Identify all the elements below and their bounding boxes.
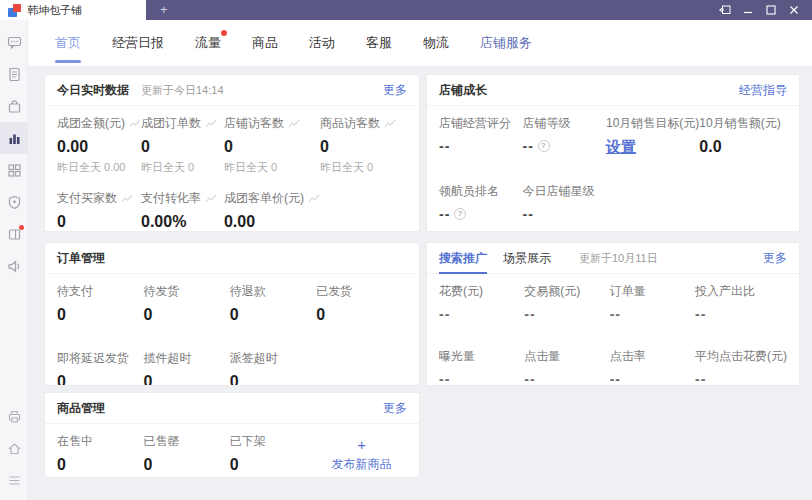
sidebar-item-chat[interactable] bbox=[0, 26, 28, 58]
speaker-icon bbox=[7, 259, 22, 274]
nav-label: 物流 bbox=[423, 34, 449, 52]
chat-icon bbox=[7, 35, 22, 50]
metric-cell: 点击量 -- bbox=[524, 348, 609, 386]
nav-item-activities[interactable]: 活动 bbox=[309, 20, 335, 66]
shop-tab-title: 韩坤包子铺 bbox=[27, 3, 82, 18]
metric-cell: 支付买家数 0 昨日全天 0 bbox=[57, 190, 141, 232]
promo-more-link[interactable]: 更多 bbox=[763, 250, 787, 267]
card-title: 店铺成长 bbox=[439, 82, 487, 99]
card-title: 商品管理 bbox=[57, 400, 105, 417]
new-tab-button[interactable]: + bbox=[146, 0, 182, 20]
metric-cell[interactable]: 待支付 0 bbox=[57, 283, 143, 324]
nav-item-logistics[interactable]: 物流 bbox=[423, 20, 449, 66]
apps-grid-icon bbox=[7, 163, 22, 178]
nav-label: 流量 bbox=[195, 34, 221, 52]
metric-cell[interactable]: 已售罄 0 bbox=[143, 433, 229, 474]
nav-label: 店铺服务 bbox=[480, 34, 532, 52]
trend-icon bbox=[205, 119, 217, 128]
nav-label: 经营日报 bbox=[112, 34, 164, 52]
publish-new-product-button[interactable]: + 发布新商品 bbox=[316, 433, 407, 474]
metric-cell: 花费(元) -- bbox=[439, 283, 524, 322]
card-ad-promotion: 搜索推广 场景展示 更新于10月11日 更多 花费(元) -- 交易额(元) -… bbox=[426, 242, 800, 386]
metric-cell[interactable]: 揽件超时 0 bbox=[143, 350, 229, 386]
sidebar-bottom-group bbox=[0, 400, 27, 500]
nav-label: 活动 bbox=[309, 34, 335, 52]
metric-cell[interactable]: 待发货 0 bbox=[143, 283, 229, 324]
metric-cell: 投入产出比 -- bbox=[695, 283, 787, 322]
metric-cell: 10月销售目标(元) 设置 bbox=[606, 115, 699, 157]
traffic-badge-dot bbox=[221, 30, 227, 36]
sidebar bbox=[0, 20, 28, 500]
card-title: 订单管理 bbox=[57, 250, 105, 267]
nav-item-traffic[interactable]: 流量 bbox=[195, 20, 221, 66]
nav-item-products[interactable]: 商品 bbox=[252, 20, 278, 66]
popup-window-icon[interactable] bbox=[717, 2, 733, 18]
trend-icon bbox=[308, 194, 320, 203]
products-more-link[interactable]: 更多 bbox=[383, 400, 407, 417]
metric-cell: 交易额(元) -- bbox=[524, 283, 609, 322]
nav-item-home[interactable]: 首页 bbox=[55, 20, 81, 66]
nav-item-customer-service[interactable]: 客服 bbox=[366, 20, 392, 66]
metric-cell: 成团客单价(元) 0.00 昨日全天 0.00 bbox=[224, 190, 320, 232]
set-sales-target-link[interactable]: 设置 bbox=[606, 138, 699, 157]
metric-cell[interactable]: 在售中 0 bbox=[57, 433, 143, 474]
sidebar-item-orders[interactable] bbox=[0, 90, 28, 122]
updated-time: 更新于10月11日 bbox=[579, 251, 658, 266]
card-shop-growth: 店铺成长 经营指导 店铺经营评分 -- 店铺等级 --? 10 bbox=[426, 74, 800, 232]
sidebar-item-document[interactable] bbox=[0, 58, 28, 90]
updated-time: 更新于今日14:14 bbox=[141, 83, 224, 98]
printer-icon bbox=[7, 409, 22, 424]
metric-cell: 店铺访客数 0 昨日全天 0 bbox=[224, 115, 320, 175]
metric-cell: 商品访客数 0 昨日全天 0 bbox=[320, 115, 407, 175]
minimize-icon[interactable] bbox=[740, 2, 756, 18]
trend-icon bbox=[384, 119, 396, 128]
help-icon[interactable]: ? bbox=[454, 208, 466, 220]
metric-cell: 曝光量 -- bbox=[439, 348, 524, 386]
top-nav: 首页 经营日报 流量 商品 活动 客服 物流 店铺服务 bbox=[28, 20, 812, 66]
metric-cell: 店铺等级 --? bbox=[522, 115, 606, 157]
trend-icon bbox=[121, 194, 133, 203]
shield-icon bbox=[7, 195, 22, 210]
maximize-icon[interactable] bbox=[763, 2, 779, 18]
document-icon bbox=[7, 67, 22, 82]
metric-cell: 10月销售额(元) 0.0 bbox=[699, 115, 787, 157]
card-product-management: 商品管理 更多 在售中 0 已售罄 0 已下架 bbox=[44, 392, 420, 478]
metric-cell[interactable]: 待退款 0 bbox=[230, 283, 316, 324]
titlebar: 韩坤包子铺 + bbox=[0, 0, 812, 20]
nav-label: 首页 bbox=[55, 34, 81, 52]
metric-cell[interactable]: 即将延迟发货 0 bbox=[57, 350, 143, 386]
help-icon[interactable]: ? bbox=[538, 140, 550, 152]
metric-cell: 店铺经营评分 -- bbox=[439, 115, 522, 157]
sidebar-item-announcements[interactable] bbox=[0, 250, 28, 282]
close-icon[interactable] bbox=[786, 2, 802, 18]
tab-scene-display[interactable]: 场景展示 bbox=[503, 243, 551, 274]
card-order-management: 订单管理 待支付 0 待发货 0 待退款 0 bbox=[44, 242, 420, 386]
nav-item-shop-services[interactable]: 店铺服务 bbox=[480, 20, 532, 66]
nav-label: 商品 bbox=[252, 34, 278, 52]
trend-icon bbox=[205, 194, 217, 203]
app-logo-icon bbox=[8, 4, 21, 17]
sidebar-item-printer[interactable] bbox=[0, 400, 28, 432]
tab-search-promotion[interactable]: 搜索推广 bbox=[439, 243, 487, 274]
metric-cell[interactable]: 已发货 0 bbox=[316, 283, 407, 324]
window-controls bbox=[717, 0, 812, 20]
app-tab[interactable]: 韩坤包子铺 bbox=[0, 0, 146, 20]
sidebar-item-home[interactable] bbox=[0, 432, 28, 464]
home-icon bbox=[7, 441, 22, 456]
metric-cell[interactable]: 已下架 0 bbox=[230, 433, 316, 474]
sidebar-item-marketing[interactable] bbox=[0, 218, 28, 250]
realtime-more-link[interactable]: 更多 bbox=[383, 82, 407, 99]
trend-icon bbox=[129, 119, 141, 128]
trend-icon bbox=[288, 119, 300, 128]
nav-item-daily-report[interactable]: 经营日报 bbox=[112, 20, 164, 66]
sidebar-item-menu[interactable] bbox=[0, 464, 28, 496]
metric-cell[interactable]: 派签超时 0 bbox=[230, 350, 316, 386]
business-guidance-link[interactable]: 经营指导 bbox=[739, 82, 787, 99]
dashboard-content: 今日实时数据 更新于今日14:14 更多 成团金额(元) 0.00 昨日全天 0… bbox=[28, 66, 812, 500]
metric-cell: 领航员排名 --? bbox=[439, 183, 522, 222]
sidebar-item-security[interactable] bbox=[0, 186, 28, 218]
sidebar-item-apps[interactable] bbox=[0, 154, 28, 186]
sidebar-item-dashboard[interactable] bbox=[0, 122, 28, 154]
metric-cell: 支付转化率 0.00% 昨日全天 0.00% bbox=[141, 190, 224, 232]
bar-chart-icon bbox=[7, 131, 22, 146]
